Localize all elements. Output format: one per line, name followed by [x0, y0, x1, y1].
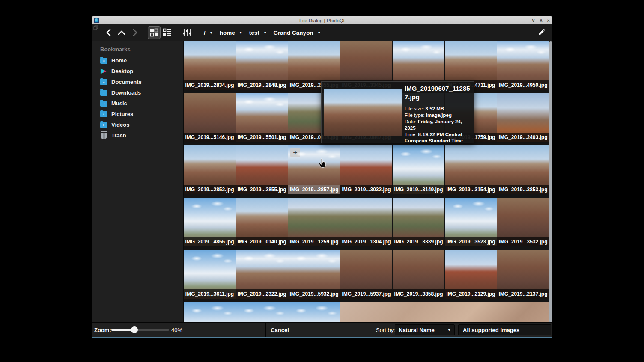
settings-sliders-icon[interactable]	[181, 26, 194, 39]
sidebar-item-label: Videos	[111, 122, 129, 128]
file-cell[interactable]: IMG_2019...2137.jpg	[497, 250, 549, 299]
file-name-label: IMG_2019...5501.jpg	[236, 133, 288, 142]
sort-value: Natural Name	[399, 327, 435, 333]
file-cell[interactable]	[288, 302, 340, 323]
file-name-label: IMG_2019...2848.jpg	[236, 80, 288, 90]
sidebar-item-pictures[interactable]: ▪Pictures	[92, 109, 183, 119]
file-name-label: IMG_2019...2137.jpg	[497, 289, 549, 299]
file-name-label: IMG_2019...3523.jpg	[445, 237, 497, 246]
videos-folder-icon: ▸	[100, 122, 107, 128]
file-name-label: IMG_2019...5937.jpg	[340, 289, 392, 299]
file-name-label: IMG_2019...2857.jpg	[288, 185, 340, 194]
file-cell[interactable]: IMG_2019...3858.jpg	[393, 250, 444, 299]
file-cell[interactable]: IMG_2019...2129.jpg	[445, 250, 497, 299]
sidebar-item-trash[interactable]: Trash	[92, 130, 183, 141]
breadcrumb-item[interactable]: test	[247, 30, 262, 36]
pictures-folder-icon: ▪	[100, 111, 107, 117]
sort-by-label: Sort by:	[376, 327, 395, 333]
file-cell[interactable]: IMG_2019...3611.jpg	[184, 250, 236, 299]
back-button[interactable]	[103, 27, 114, 38]
file-cell[interactable]: IMG_2019...3523.jpg	[445, 198, 497, 246]
up-button[interactable]	[116, 27, 127, 38]
dialog-body: Bookmarks ⌂HomeDesktop≡Documents↓Downloa…	[92, 41, 552, 323]
cancel-button[interactable]: Cancel	[265, 323, 294, 337]
sidebar-item-label: Desktop	[111, 68, 133, 74]
file-name-label: IMG_2019...2129.jpg	[445, 289, 497, 299]
file-cell[interactable]: IMG_2019...2403.jpg	[497, 93, 549, 142]
sidebar-item-label: Documents	[111, 79, 142, 85]
sort-dropdown[interactable]: Natural Name ▼	[395, 324, 455, 335]
breadcrumb-item[interactable]: /	[201, 30, 208, 36]
file-cell[interactable]: IMG_2019...2834.jpg	[184, 41, 236, 90]
file-cell[interactable]: IMG_2019...4856.jpg	[184, 198, 236, 246]
file-cell[interactable]	[236, 302, 288, 323]
forward-button[interactable]	[129, 27, 140, 38]
zoom-slider[interactable]	[111, 329, 169, 331]
file-cell[interactable]: IMG_2019...1259.jpg	[288, 198, 340, 246]
add-to-selection-button[interactable]: +	[290, 148, 300, 157]
tooltip-field: File type: image/jpeg	[405, 112, 473, 119]
close-button[interactable]: ×	[547, 18, 550, 23]
grid-view-button[interactable]	[148, 26, 161, 39]
file-cell[interactable]: IMG_2019...2848.jpg	[236, 41, 288, 90]
file-cell[interactable]: IMG_2019...2857.jpg+	[288, 145, 340, 194]
sidebar-item-videos[interactable]: ▸Videos	[92, 119, 183, 130]
sidebar-item-downloads[interactable]: ↓Downloads	[92, 87, 183, 98]
sidebar-item-label: Pictures	[111, 111, 133, 117]
file-cell[interactable]: IMG_2019...2852.jpg	[184, 145, 236, 194]
tooltip-field: Date: Friday, January 24, 2025	[405, 119, 473, 131]
file-cell[interactable]: IMG_2019...5932.jpg	[288, 250, 340, 299]
sidebar-item-desktop[interactable]: Desktop	[92, 66, 183, 77]
file-cell[interactable]: IMG_2019...0140.jpg	[236, 198, 288, 246]
zoom-slider-knob[interactable]	[131, 326, 138, 333]
file-cell[interactable]	[340, 302, 549, 323]
vertical-scrollbar[interactable]	[549, 41, 552, 323]
minimize-button[interactable]: ∨	[531, 18, 535, 23]
file-name-label: IMG_2019...3154.jpg	[445, 185, 497, 194]
file-cell[interactable]: IMG_2019...3032.jpg	[340, 145, 392, 194]
tooltip-fields: File size: 3.52 MBFile type: image/jpegD…	[405, 106, 473, 145]
breadcrumb-dropdown-caret[interactable]: ▼	[316, 31, 325, 34]
toolbar: /▼home▼test▼Grand Canyon▼	[92, 24, 552, 41]
file-name-label: IMG_2019...2834.jpg	[184, 80, 236, 90]
file-cell[interactable]: IMG_2019...3149.jpg	[393, 145, 444, 194]
file-cell[interactable]: IMG_2019...5146.jpg	[184, 93, 236, 142]
file-name-label: IMG_2019...4856.jpg	[184, 237, 236, 246]
breadcrumb-item[interactable]: Grand Canyon	[271, 30, 316, 36]
file-name-label: IMG_2019...5146.jpg	[184, 133, 236, 142]
breadcrumb-dropdown-caret[interactable]: ▼	[262, 31, 271, 34]
file-cell[interactable]: IMG_2019...4950.jpg	[497, 41, 549, 90]
zoom-label: Zoom:	[94, 327, 111, 333]
tooltip-field: Time: 8:19:22 PM Central European Standa…	[405, 131, 473, 144]
sidebar-item-label: Trash	[111, 132, 126, 139]
sidebar-item-music[interactable]: ♪Music	[92, 98, 183, 109]
breadcrumb-dropdown-caret[interactable]: ▼	[208, 31, 217, 34]
detach-window-icon[interactable]	[93, 25, 98, 30]
file-cell[interactable]: IMG_2019...3339.jpg	[393, 198, 444, 246]
sidebar-item-home[interactable]: ⌂Home	[92, 55, 183, 66]
file-filter-box[interactable]: All supported images	[458, 324, 551, 335]
file-cell[interactable]: IMG_2019...2855.jpg	[236, 145, 288, 194]
desktop-icon	[100, 68, 107, 74]
breadcrumb-dropdown-caret[interactable]: ▼	[238, 31, 247, 34]
bookmarks-header: Bookmarks	[100, 46, 183, 53]
breadcrumb-item[interactable]: home	[217, 30, 238, 36]
file-name-label: IMG_2019...4950.jpg	[497, 80, 549, 90]
file-cell[interactable]: IMG_2019...3154.jpg	[445, 145, 497, 194]
file-cell[interactable]: IMG_2019...3532.jpg	[497, 198, 549, 246]
bookmarks-sidebar: Bookmarks ⌂HomeDesktop≡Documents↓Downloa…	[92, 41, 184, 323]
list-view-button[interactable]	[161, 26, 173, 39]
file-cell[interactable]: IMG_2019...3853.jpg	[497, 145, 549, 194]
sidebar-item-documents[interactable]: ≡Documents	[92, 77, 183, 87]
file-cell[interactable]: IMG_2019...1304.jpg	[340, 198, 392, 246]
tooltip-preview-image	[324, 89, 402, 136]
file-cell[interactable]: IMG_2019...2322.jpg	[236, 250, 288, 299]
file-cell[interactable]: IMG_2019...5937.jpg	[340, 250, 392, 299]
edit-path-button[interactable]	[537, 27, 546, 37]
file-cell[interactable]: IMG_2019...5501.jpg	[236, 93, 288, 142]
maximize-button[interactable]: ∧	[540, 18, 543, 23]
file-cell[interactable]	[184, 302, 236, 323]
scrollbar-thumb[interactable]	[549, 41, 552, 323]
window-title: File Dialog | PhotoQt	[92, 18, 552, 23]
titlebar[interactable]: File Dialog | PhotoQt ∨ ∧ ×	[92, 16, 552, 24]
